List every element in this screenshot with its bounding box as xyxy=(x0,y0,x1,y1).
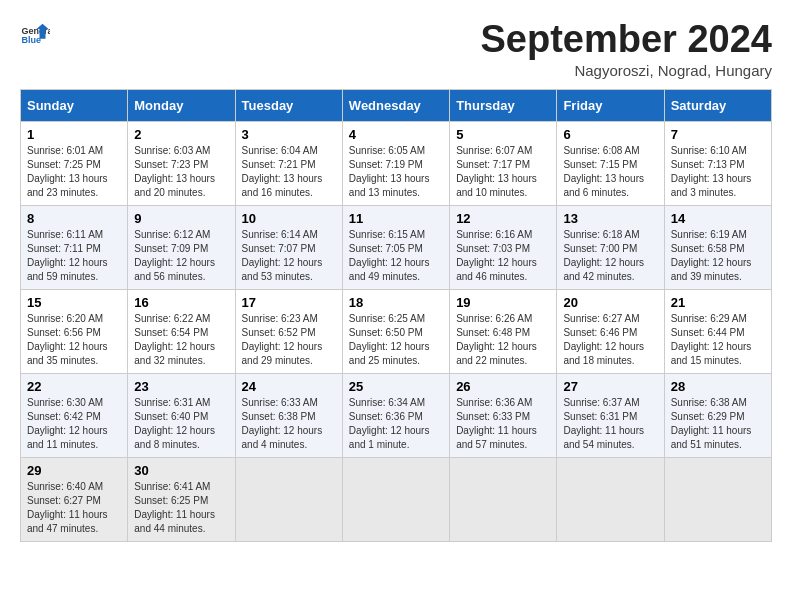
calendar-cell: 3Sunrise: 6:04 AMSunset: 7:21 PMDaylight… xyxy=(235,122,342,206)
calendar-week-5: 29Sunrise: 6:40 AMSunset: 6:27 PMDayligh… xyxy=(21,458,772,542)
header-wednesday: Wednesday xyxy=(342,90,449,122)
svg-text:Blue: Blue xyxy=(22,35,42,45)
calendar-week-2: 8Sunrise: 6:11 AMSunset: 7:11 PMDaylight… xyxy=(21,206,772,290)
header-row: SundayMondayTuesdayWednesdayThursdayFrid… xyxy=(21,90,772,122)
header-sunday: Sunday xyxy=(21,90,128,122)
month-title: September 2024 xyxy=(481,20,773,58)
day-number: 13 xyxy=(563,211,657,226)
day-info: Sunrise: 6:36 AMSunset: 6:33 PMDaylight:… xyxy=(456,396,550,452)
calendar-cell: 22Sunrise: 6:30 AMSunset: 6:42 PMDayligh… xyxy=(21,374,128,458)
location-subtitle: Nagyoroszi, Nograd, Hungary xyxy=(481,62,773,79)
day-info: Sunrise: 6:34 AMSunset: 6:36 PMDaylight:… xyxy=(349,396,443,452)
calendar-cell: 24Sunrise: 6:33 AMSunset: 6:38 PMDayligh… xyxy=(235,374,342,458)
calendar-cell xyxy=(235,458,342,542)
day-number: 18 xyxy=(349,295,443,310)
day-number: 22 xyxy=(27,379,121,394)
calendar-cell: 18Sunrise: 6:25 AMSunset: 6:50 PMDayligh… xyxy=(342,290,449,374)
day-number: 19 xyxy=(456,295,550,310)
calendar-cell: 28Sunrise: 6:38 AMSunset: 6:29 PMDayligh… xyxy=(664,374,771,458)
calendar-cell: 1Sunrise: 6:01 AMSunset: 7:25 PMDaylight… xyxy=(21,122,128,206)
calendar-cell: 10Sunrise: 6:14 AMSunset: 7:07 PMDayligh… xyxy=(235,206,342,290)
calendar-cell: 12Sunrise: 6:16 AMSunset: 7:03 PMDayligh… xyxy=(450,206,557,290)
day-number: 28 xyxy=(671,379,765,394)
day-info: Sunrise: 6:20 AMSunset: 6:56 PMDaylight:… xyxy=(27,312,121,368)
day-info: Sunrise: 6:40 AMSunset: 6:27 PMDaylight:… xyxy=(27,480,121,536)
calendar-cell: 4Sunrise: 6:05 AMSunset: 7:19 PMDaylight… xyxy=(342,122,449,206)
calendar-week-4: 22Sunrise: 6:30 AMSunset: 6:42 PMDayligh… xyxy=(21,374,772,458)
day-info: Sunrise: 6:22 AMSunset: 6:54 PMDaylight:… xyxy=(134,312,228,368)
calendar-cell xyxy=(664,458,771,542)
calendar-cell: 26Sunrise: 6:36 AMSunset: 6:33 PMDayligh… xyxy=(450,374,557,458)
day-info: Sunrise: 6:16 AMSunset: 7:03 PMDaylight:… xyxy=(456,228,550,284)
day-number: 23 xyxy=(134,379,228,394)
day-number: 16 xyxy=(134,295,228,310)
header-monday: Monday xyxy=(128,90,235,122)
day-number: 15 xyxy=(27,295,121,310)
calendar-cell: 7Sunrise: 6:10 AMSunset: 7:13 PMDaylight… xyxy=(664,122,771,206)
day-number: 21 xyxy=(671,295,765,310)
day-number: 10 xyxy=(242,211,336,226)
day-number: 2 xyxy=(134,127,228,142)
day-number: 14 xyxy=(671,211,765,226)
day-info: Sunrise: 6:11 AMSunset: 7:11 PMDaylight:… xyxy=(27,228,121,284)
calendar-cell: 5Sunrise: 6:07 AMSunset: 7:17 PMDaylight… xyxy=(450,122,557,206)
day-info: Sunrise: 6:30 AMSunset: 6:42 PMDaylight:… xyxy=(27,396,121,452)
day-number: 25 xyxy=(349,379,443,394)
day-number: 4 xyxy=(349,127,443,142)
calendar-cell: 21Sunrise: 6:29 AMSunset: 6:44 PMDayligh… xyxy=(664,290,771,374)
calendar-cell: 9Sunrise: 6:12 AMSunset: 7:09 PMDaylight… xyxy=(128,206,235,290)
day-number: 7 xyxy=(671,127,765,142)
day-info: Sunrise: 6:41 AMSunset: 6:25 PMDaylight:… xyxy=(134,480,228,536)
calendar-cell: 30Sunrise: 6:41 AMSunset: 6:25 PMDayligh… xyxy=(128,458,235,542)
day-number: 5 xyxy=(456,127,550,142)
day-info: Sunrise: 6:25 AMSunset: 6:50 PMDaylight:… xyxy=(349,312,443,368)
logo-icon: General Blue xyxy=(20,20,50,50)
day-number: 9 xyxy=(134,211,228,226)
day-number: 1 xyxy=(27,127,121,142)
day-number: 27 xyxy=(563,379,657,394)
day-number: 24 xyxy=(242,379,336,394)
page-header: General Blue September 2024 Nagyoroszi, … xyxy=(20,20,772,79)
day-info: Sunrise: 6:33 AMSunset: 6:38 PMDaylight:… xyxy=(242,396,336,452)
calendar-week-1: 1Sunrise: 6:01 AMSunset: 7:25 PMDaylight… xyxy=(21,122,772,206)
day-number: 30 xyxy=(134,463,228,478)
day-info: Sunrise: 6:01 AMSunset: 7:25 PMDaylight:… xyxy=(27,144,121,200)
header-friday: Friday xyxy=(557,90,664,122)
calendar-cell: 6Sunrise: 6:08 AMSunset: 7:15 PMDaylight… xyxy=(557,122,664,206)
day-info: Sunrise: 6:37 AMSunset: 6:31 PMDaylight:… xyxy=(563,396,657,452)
day-number: 6 xyxy=(563,127,657,142)
calendar-cell: 17Sunrise: 6:23 AMSunset: 6:52 PMDayligh… xyxy=(235,290,342,374)
day-number: 20 xyxy=(563,295,657,310)
calendar-week-3: 15Sunrise: 6:20 AMSunset: 6:56 PMDayligh… xyxy=(21,290,772,374)
day-number: 3 xyxy=(242,127,336,142)
calendar-cell: 15Sunrise: 6:20 AMSunset: 6:56 PMDayligh… xyxy=(21,290,128,374)
day-info: Sunrise: 6:15 AMSunset: 7:05 PMDaylight:… xyxy=(349,228,443,284)
day-info: Sunrise: 6:38 AMSunset: 6:29 PMDaylight:… xyxy=(671,396,765,452)
calendar-cell: 11Sunrise: 6:15 AMSunset: 7:05 PMDayligh… xyxy=(342,206,449,290)
calendar-cell: 13Sunrise: 6:18 AMSunset: 7:00 PMDayligh… xyxy=(557,206,664,290)
calendar-cell: 23Sunrise: 6:31 AMSunset: 6:40 PMDayligh… xyxy=(128,374,235,458)
calendar-cell: 2Sunrise: 6:03 AMSunset: 7:23 PMDaylight… xyxy=(128,122,235,206)
day-number: 29 xyxy=(27,463,121,478)
day-info: Sunrise: 6:18 AMSunset: 7:00 PMDaylight:… xyxy=(563,228,657,284)
title-block: September 2024 Nagyoroszi, Nograd, Hunga… xyxy=(481,20,773,79)
calendar-cell: 14Sunrise: 6:19 AMSunset: 6:58 PMDayligh… xyxy=(664,206,771,290)
calendar-cell: 16Sunrise: 6:22 AMSunset: 6:54 PMDayligh… xyxy=(128,290,235,374)
day-info: Sunrise: 6:14 AMSunset: 7:07 PMDaylight:… xyxy=(242,228,336,284)
day-info: Sunrise: 6:31 AMSunset: 6:40 PMDaylight:… xyxy=(134,396,228,452)
header-thursday: Thursday xyxy=(450,90,557,122)
day-info: Sunrise: 6:10 AMSunset: 7:13 PMDaylight:… xyxy=(671,144,765,200)
day-info: Sunrise: 6:07 AMSunset: 7:17 PMDaylight:… xyxy=(456,144,550,200)
calendar-cell: 8Sunrise: 6:11 AMSunset: 7:11 PMDaylight… xyxy=(21,206,128,290)
logo: General Blue xyxy=(20,20,50,50)
day-info: Sunrise: 6:12 AMSunset: 7:09 PMDaylight:… xyxy=(134,228,228,284)
day-info: Sunrise: 6:08 AMSunset: 7:15 PMDaylight:… xyxy=(563,144,657,200)
day-info: Sunrise: 6:03 AMSunset: 7:23 PMDaylight:… xyxy=(134,144,228,200)
day-info: Sunrise: 6:29 AMSunset: 6:44 PMDaylight:… xyxy=(671,312,765,368)
day-number: 11 xyxy=(349,211,443,226)
calendar-cell xyxy=(450,458,557,542)
calendar-cell: 25Sunrise: 6:34 AMSunset: 6:36 PMDayligh… xyxy=(342,374,449,458)
calendar-cell: 29Sunrise: 6:40 AMSunset: 6:27 PMDayligh… xyxy=(21,458,128,542)
day-number: 17 xyxy=(242,295,336,310)
calendar-cell: 20Sunrise: 6:27 AMSunset: 6:46 PMDayligh… xyxy=(557,290,664,374)
